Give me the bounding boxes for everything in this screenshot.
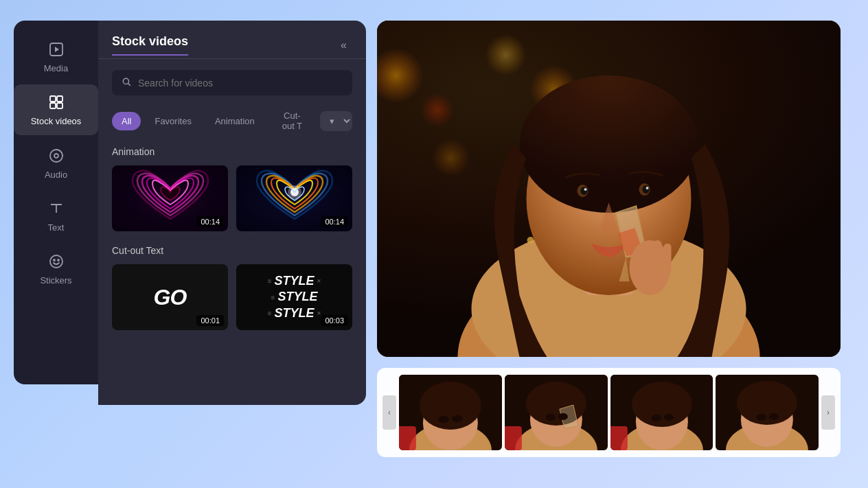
svg-point-65 xyxy=(757,414,766,421)
style-text-label: STYLE xyxy=(274,274,314,289)
cutout-video-grid: GO 00:01 ≡ STYLE × ≡ STYLE xyxy=(98,264,366,330)
sidebar: Media Stock videos xyxy=(14,21,98,384)
filter-tabs: All Favorites Animation Cut-out T ▾ xyxy=(98,106,366,135)
timeline-frame-1 xyxy=(399,375,502,450)
timeline-frame-2-inner xyxy=(505,375,608,450)
filter-tab-cutout[interactable]: Cut-out T xyxy=(269,106,316,135)
timeline-frame-3-inner xyxy=(610,375,713,450)
timeline-frame-4-inner xyxy=(716,375,819,450)
svg-point-57 xyxy=(631,382,692,427)
search-icon xyxy=(122,77,131,89)
svg-point-45 xyxy=(452,415,463,422)
grid-square-icon xyxy=(47,93,66,112)
timeline-frame-1-inner xyxy=(399,375,502,450)
sidebar-item-media[interactable]: Media xyxy=(14,32,98,82)
svg-point-66 xyxy=(769,413,779,420)
panel-title: Stock videos xyxy=(112,34,188,56)
woman-preview-image xyxy=(377,21,841,357)
svg-point-64 xyxy=(737,381,797,425)
timeline-strip: ‹ xyxy=(377,368,841,457)
style-text-label2: STYLE xyxy=(277,290,317,305)
video-thumb-heart-blue[interactable]: 00:14 xyxy=(236,165,352,231)
app-container: Media Stock videos xyxy=(0,0,868,488)
svg-point-31 xyxy=(581,187,588,195)
video-duration-anim1: 00:14 xyxy=(196,216,224,227)
svg-point-43 xyxy=(420,382,481,430)
svg-rect-46 xyxy=(399,426,416,450)
svg-rect-4 xyxy=(50,103,56,108)
svg-point-52 xyxy=(558,413,568,420)
animation-video-grid: 00:14 00:14 xyxy=(98,165,366,231)
video-thumb-go[interactable]: GO 00:01 xyxy=(112,264,228,330)
svg-rect-38 xyxy=(643,242,651,271)
timeline-frame-4 xyxy=(716,375,819,450)
go-text-label: GO xyxy=(154,285,187,310)
svg-point-59 xyxy=(663,414,673,421)
svg-point-51 xyxy=(546,414,556,421)
search-bar xyxy=(112,70,352,95)
svg-rect-53 xyxy=(505,426,522,450)
video-thumb-style[interactable]: ≡ STYLE × ≡ STYLE ≡ STYLE × 00:03 xyxy=(236,264,352,330)
timeline-nav-right[interactable]: › xyxy=(821,395,835,430)
video-duration-anim2: 00:14 xyxy=(321,216,348,227)
style-text-label3: STYLE xyxy=(274,306,314,321)
panel-header: Stock videos « xyxy=(98,21,366,56)
svg-rect-60 xyxy=(610,426,628,450)
svg-point-34 xyxy=(646,187,649,189)
svg-line-12 xyxy=(128,84,130,86)
video-duration-cut1: 00:01 xyxy=(196,315,224,326)
svg-rect-2 xyxy=(50,96,56,102)
filter-dropdown[interactable]: ▾ xyxy=(320,111,352,131)
sidebar-item-stickers[interactable]: Stickers xyxy=(14,244,98,294)
sidebar-item-stock-videos-label: Stock videos xyxy=(31,116,82,127)
play-square-icon xyxy=(47,40,66,59)
svg-marker-1 xyxy=(55,47,59,52)
filter-tab-animation[interactable]: Animation xyxy=(205,112,264,130)
sidebar-item-stock-videos[interactable]: Stock videos xyxy=(14,84,98,135)
preview-video xyxy=(377,21,841,357)
svg-point-7 xyxy=(54,154,58,158)
svg-rect-36 xyxy=(654,240,662,271)
cutout-section-title: Cut-out Text xyxy=(98,245,366,256)
svg-point-9 xyxy=(54,259,55,261)
timeline-frame-2 xyxy=(505,375,608,450)
svg-point-32 xyxy=(643,185,650,194)
filter-tab-all[interactable]: All xyxy=(112,112,141,130)
video-thumb-heart-pink[interactable]: 00:14 xyxy=(112,165,228,231)
svg-rect-37 xyxy=(664,244,672,272)
svg-rect-5 xyxy=(57,103,62,108)
svg-point-8 xyxy=(50,255,62,268)
video-duration-cut2: 00:03 xyxy=(321,315,348,326)
svg-point-50 xyxy=(526,382,586,426)
svg-point-58 xyxy=(651,415,661,421)
letter-t-icon xyxy=(47,199,66,218)
filter-tab-favorites[interactable]: Favorites xyxy=(145,112,201,130)
timeline-nav-left[interactable]: ‹ xyxy=(382,395,396,430)
svg-point-18 xyxy=(420,93,455,127)
svg-point-17 xyxy=(486,34,527,75)
svg-rect-3 xyxy=(57,96,62,102)
panel-divider xyxy=(98,58,366,59)
panel-close-button[interactable]: « xyxy=(335,36,352,54)
sidebar-item-stickers-label: Stickers xyxy=(40,275,71,286)
animation-section-title: Animation xyxy=(98,146,366,157)
stock-videos-panel: Stock videos « All Favorites Animation C… xyxy=(98,21,366,405)
music-circle-icon xyxy=(47,146,66,165)
svg-point-11 xyxy=(123,78,128,84)
svg-point-6 xyxy=(50,150,62,162)
svg-point-21 xyxy=(432,139,470,177)
sidebar-item-text-label: Text xyxy=(48,222,65,233)
sidebar-item-text[interactable]: Text xyxy=(14,191,98,241)
svg-point-33 xyxy=(584,188,587,191)
svg-point-26 xyxy=(520,75,698,213)
sidebar-item-media-label: Media xyxy=(44,63,68,73)
circle-smile-icon xyxy=(47,252,66,271)
svg-point-44 xyxy=(438,416,449,423)
preview-area: ‹ xyxy=(366,14,854,464)
svg-point-39 xyxy=(527,237,534,244)
sidebar-item-audio[interactable]: Audio xyxy=(14,138,98,188)
svg-point-10 xyxy=(58,259,59,261)
timeline-frame-3 xyxy=(610,375,713,450)
sidebar-item-audio-label: Audio xyxy=(45,170,67,180)
search-input[interactable] xyxy=(138,78,343,89)
